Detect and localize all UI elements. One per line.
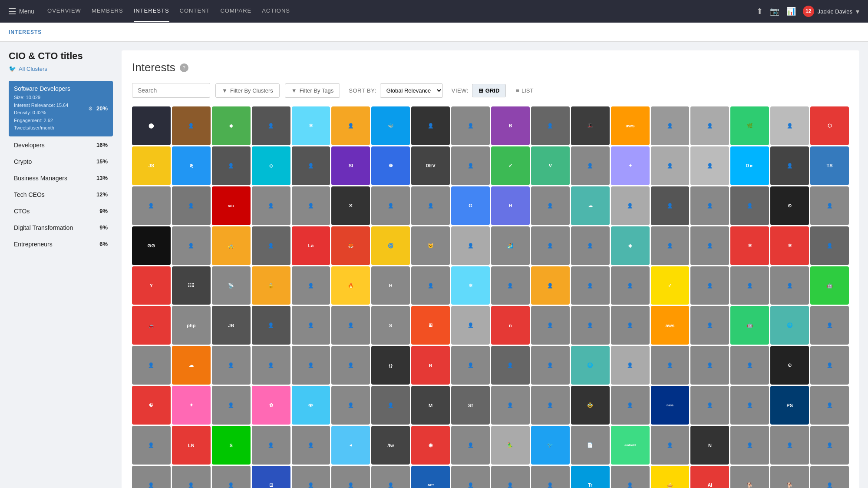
- grid-cell[interactable]: 📄: [571, 426, 610, 465]
- grid-cell[interactable]: ◆: [212, 106, 251, 145]
- grid-cell[interactable]: 👤: [331, 106, 370, 145]
- grid-cell[interactable]: R: [411, 346, 450, 385]
- grid-cell[interactable]: 👤: [531, 266, 570, 305]
- sidebar-item-developers[interactable]: Developers16%: [9, 137, 113, 153]
- grid-cell[interactable]: TS: [810, 146, 849, 185]
- grid-cell[interactable]: 🐦: [531, 426, 570, 465]
- grid-cell[interactable]: 👤: [371, 186, 410, 225]
- grid-cell[interactable]: Sf: [451, 386, 490, 425]
- grid-cell[interactable]: Y: [132, 266, 171, 305]
- grid-cell[interactable]: 👤: [491, 266, 530, 305]
- grid-cell[interactable]: 📡: [212, 266, 251, 305]
- grid-cell[interactable]: 👤: [371, 386, 410, 425]
- grid-cell[interactable]: 👤: [531, 226, 570, 265]
- grid-cell[interactable]: S: [371, 306, 410, 345]
- grid-cell[interactable]: 👤: [651, 426, 690, 465]
- grid-cell[interactable]: B: [491, 106, 530, 145]
- grid-cell[interactable]: 🐳: [371, 106, 410, 145]
- grid-cell[interactable]: /tw: [371, 426, 410, 465]
- grid-cell[interactable]: ☸: [371, 146, 410, 185]
- grid-cell[interactable]: 👤: [331, 466, 370, 488]
- nav-link-interests[interactable]: INTERESTS: [134, 0, 169, 22]
- grid-cell[interactable]: 👤: [651, 146, 690, 185]
- grid-cell[interactable]: 🎩: [571, 106, 610, 145]
- grid-cell[interactable]: 👤: [411, 186, 450, 225]
- grid-cell[interactable]: ✓: [651, 266, 690, 305]
- grid-cell[interactable]: H: [491, 186, 530, 225]
- grid-cell[interactable]: 👤: [252, 346, 290, 385]
- grid-cell[interactable]: 👤: [252, 106, 290, 145]
- grid-cell[interactable]: ◈: [611, 226, 650, 265]
- grid-cell[interactable]: 👤: [292, 466, 330, 488]
- grid-cell[interactable]: 🚕: [212, 226, 251, 265]
- grid-cell[interactable]: 👤: [451, 146, 490, 185]
- grid-cell[interactable]: ⬡: [810, 106, 849, 145]
- sidebar-item-business-managers[interactable]: Business Managers13%: [9, 170, 113, 186]
- grid-cell[interactable]: 👤: [212, 146, 251, 185]
- grid-cell[interactable]: 👤: [571, 226, 610, 265]
- grid-cell[interactable]: H: [371, 266, 410, 305]
- nav-link-actions[interactable]: ACTIONS: [262, 0, 290, 22]
- grid-cell[interactable]: 🚗: [132, 306, 171, 345]
- grid-cell[interactable]: V: [531, 146, 570, 185]
- sidebar-item-ctos[interactable]: CTOs9%: [9, 203, 113, 219]
- grid-cell[interactable]: 👤: [451, 426, 490, 465]
- grid-cell[interactable]: 🔥: [331, 266, 370, 305]
- nav-link-content[interactable]: CONTENT: [180, 0, 210, 22]
- grid-cell[interactable]: ⊙: [770, 346, 809, 385]
- grid-cell[interactable]: 👤: [810, 186, 849, 225]
- grid-cell[interactable]: 👤: [571, 266, 610, 305]
- grid-cell[interactable]: 👤: [611, 306, 650, 345]
- grid-cell[interactable]: ⚛: [451, 266, 490, 305]
- grid-cell[interactable]: 🐱: [411, 226, 450, 265]
- grid-cell[interactable]: 👤: [810, 306, 849, 345]
- grid-cell[interactable]: Sl: [331, 146, 370, 185]
- menu-button[interactable]: Menu: [9, 8, 34, 15]
- grid-cell[interactable]: 👤: [451, 106, 490, 145]
- view-list-button[interactable]: ≡ LIST: [509, 84, 540, 97]
- filter-tags-button[interactable]: ▼ Filter By Tags: [285, 83, 340, 98]
- grid-cell[interactable]: Tr: [571, 466, 610, 488]
- grid-cell[interactable]: ⚛: [770, 226, 809, 265]
- camera-icon[interactable]: 📷: [770, 7, 779, 16]
- grid-cell[interactable]: 👤: [451, 466, 490, 488]
- sidebar-cluster-link[interactable]: 🐦 All Clusters: [9, 65, 113, 72]
- help-icon[interactable]: ?: [180, 63, 188, 72]
- grid-cell[interactable]: 👤: [531, 186, 570, 225]
- grid-cell[interactable]: 👤: [770, 106, 809, 145]
- grid-cell[interactable]: S: [212, 426, 251, 465]
- grid-cell[interactable]: 👤: [770, 146, 809, 185]
- user-dropdown-icon[interactable]: ▾: [856, 7, 859, 16]
- grid-cell[interactable]: 👤: [611, 386, 650, 425]
- grid-cell[interactable]: 👤: [292, 426, 330, 465]
- grid-cell[interactable]: 👤: [212, 346, 251, 385]
- grid-cell[interactable]: ⊞: [411, 306, 450, 345]
- grid-cell[interactable]: N: [690, 426, 729, 465]
- grid-cell[interactable]: ◉: [411, 426, 450, 465]
- user-name[interactable]: Jackie Davies: [818, 8, 852, 15]
- grid-cell[interactable]: D►: [730, 146, 769, 185]
- grid-cell[interactable]: 👤: [292, 266, 330, 305]
- chart-icon[interactable]: 📊: [786, 7, 796, 16]
- grid-cell[interactable]: 👤: [690, 386, 729, 425]
- grid-cell[interactable]: 🔒: [252, 266, 290, 305]
- grid-cell[interactable]: 🥸: [571, 386, 610, 425]
- grid-cell[interactable]: 👤: [690, 226, 729, 265]
- grid-cell[interactable]: 👤: [172, 466, 211, 488]
- gear-icon[interactable]: ⚙: [88, 106, 93, 112]
- grid-cell[interactable]: php: [172, 306, 211, 345]
- grid-cell[interactable]: 👤: [491, 386, 530, 425]
- grid-cell[interactable]: 👤: [690, 186, 729, 225]
- grid-cell[interactable]: android: [611, 426, 650, 465]
- grid-cell[interactable]: 👤: [292, 146, 330, 185]
- grid-cell[interactable]: 🐕: [730, 466, 769, 488]
- grid-cell[interactable]: ☁: [571, 186, 610, 225]
- grid-cell[interactable]: 👤: [132, 426, 171, 465]
- grid-cell[interactable]: 👤: [212, 386, 251, 425]
- grid-cell[interactable]: M: [411, 386, 450, 425]
- grid-cell[interactable]: 👤: [252, 226, 290, 265]
- grid-cell[interactable]: 👤: [651, 226, 690, 265]
- grid-cell[interactable]: 👤: [491, 346, 530, 385]
- grid-cell[interactable]: ⬤: [132, 106, 171, 145]
- grid-cell[interactable]: ⚛: [730, 226, 769, 265]
